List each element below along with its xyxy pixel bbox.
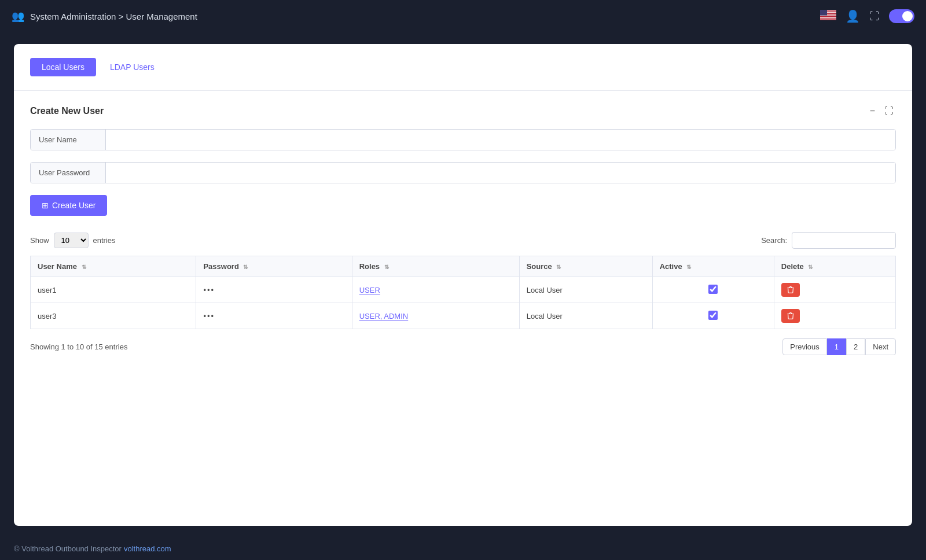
table-controls: Show 10 25 50 100 entries Search: [30,232,896,249]
active-checkbox-0[interactable] [708,285,718,294]
role-link-0[interactable]: USER [359,286,380,294]
password-label: User Password [31,163,106,183]
sort-icon-password: ⇅ [243,264,248,270]
svg-rect-9 [820,17,836,17]
header-controls: 👤 ⛶ [820,9,914,23]
pagination-row: Showing 1 to 10 of 15 entries Previous 1… [30,338,896,355]
breadcrumb: System Administration > User Management [30,12,197,21]
cell-username-0: user1 [31,277,196,303]
password-input[interactable] [106,163,895,183]
search-input[interactable] [792,232,896,249]
user-profile-icon[interactable]: 👤 [846,9,860,23]
table-header-row: User Name ⇅ Password ⇅ Roles ⇅ Source ⇅ … [31,256,896,277]
theme-toggle[interactable] [889,9,914,23]
entries-label: entries [93,236,116,245]
users-icon: 👥 [12,10,24,23]
cell-source-1: Local User [519,303,652,329]
section-title-row: Create New User − ⛶ [30,105,896,117]
tab-ldap-users[interactable]: LDAP Users [98,58,166,76]
username-label: User Name [31,130,106,150]
svg-rect-11 [820,19,836,19]
tab-bar: Local Users LDAP Users [30,58,896,76]
next-button[interactable]: Next [865,338,896,355]
sort-icon-source: ⇅ [556,264,561,270]
table-body: user1 ••• USER Local User user3 ••• USER… [31,277,896,329]
cell-active-0 [652,277,774,303]
username-field-container: User Name [30,129,896,150]
table-row: user1 ••• USER Local User [31,277,896,303]
users-table: User Name ⇅ Password ⇅ Roles ⇅ Source ⇅ … [30,256,896,329]
create-user-button[interactable]: ⊞ Create User [30,195,107,216]
footer: © Volthread Outbound Inspector volthread… [0,537,926,560]
page-2-button[interactable]: 2 [846,338,865,355]
cell-active-1 [652,303,774,329]
col-password[interactable]: Password ⇅ [196,256,352,277]
breadcrumb-area: 👥 System Administration > User Managemen… [12,10,197,23]
active-checkbox-1[interactable] [708,311,718,320]
cell-source-0: Local User [519,277,652,303]
sort-icon-roles: ⇅ [384,264,389,270]
search-area: Search: [761,232,896,249]
cell-password-0: ••• [196,277,352,303]
header: 👥 System Administration > User Managemen… [0,0,926,32]
pagination-controls: Previous 1 2 Next [782,338,896,355]
col-delete[interactable]: Delete ⇅ [774,256,895,277]
sort-icon-active: ⇅ [686,264,691,270]
content-card: Local Users LDAP Users Create New User −… [14,44,912,526]
show-entries-control: Show 10 25 50 100 entries [30,233,116,248]
svg-rect-8 [820,16,836,17]
svg-rect-12 [820,20,836,20]
main-content: Local Users LDAP Users Create New User −… [0,32,926,537]
create-user-icon: ⊞ [42,201,49,210]
sort-icon-delete: ⇅ [808,264,813,270]
create-user-section: Create New User − ⛶ User Name User Passw… [30,105,896,216]
showing-text: Showing 1 to 10 of 15 entries [30,342,127,351]
page-1-button[interactable]: 1 [827,338,846,355]
sort-icon-username: ⇅ [82,264,86,270]
cell-delete-0 [774,277,895,303]
role-link-1[interactable]: USER, ADMIN [359,312,409,320]
col-roles[interactable]: Roles ⇅ [352,256,519,277]
cell-roles-1: USER, ADMIN [352,303,519,329]
col-active[interactable]: Active ⇅ [652,256,774,277]
table-header: User Name ⇅ Password ⇅ Roles ⇅ Source ⇅ … [31,256,896,277]
username-input[interactable] [106,130,895,150]
expand-section-button[interactable]: ⛶ [882,105,896,117]
previous-button[interactable]: Previous [782,338,827,355]
cell-roles-0: USER [352,277,519,303]
minimize-button[interactable]: − [868,105,877,117]
svg-rect-7 [820,16,836,16]
create-user-label: Create User [52,201,95,210]
table-row: user3 ••• USER, ADMIN Local User [31,303,896,329]
cell-delete-1 [774,303,895,329]
footer-link[interactable]: volthread.com [124,544,171,553]
tab-local-users[interactable]: Local Users [30,58,96,76]
svg-rect-13 [820,10,827,16]
cell-password-1: ••• [196,303,352,329]
show-label: Show [30,236,49,245]
svg-rect-10 [820,18,836,19]
flag-icon[interactable] [820,10,836,23]
password-field-container: User Password [30,162,896,183]
entries-select[interactable]: 10 25 50 100 [54,233,89,248]
col-username[interactable]: User Name ⇅ [31,256,196,277]
footer-text: © Volthread Outbound Inspector [14,544,122,553]
cell-username-1: user3 [31,303,196,329]
delete-button-1[interactable] [781,309,800,323]
search-label: Search: [761,236,787,245]
col-source[interactable]: Source ⇅ [519,256,652,277]
delete-button-0[interactable] [781,283,800,297]
section-controls: − ⛶ [868,105,896,117]
expand-icon[interactable]: ⛶ [869,10,880,23]
section-title-text: Create New User [30,106,104,116]
